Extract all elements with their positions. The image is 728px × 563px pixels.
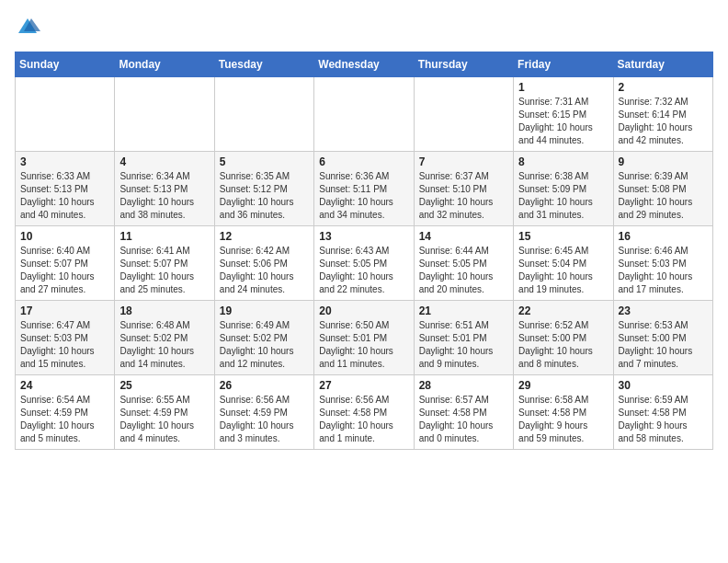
header-tuesday: Tuesday — [214, 52, 313, 77]
day-info: Sunrise: 7:32 AM Sunset: 6:14 PM Dayligh… — [619, 96, 708, 147]
day-info: Sunrise: 6:41 AM Sunset: 5:07 PM Dayligh… — [119, 245, 209, 296]
week-row-3: 10Sunrise: 6:40 AM Sunset: 5:07 PM Dayli… — [16, 226, 713, 301]
calendar-cell: 25Sunrise: 6:55 AM Sunset: 4:59 PM Dayli… — [115, 375, 214, 450]
calendar-cell — [414, 77, 513, 152]
calendar-table: SundayMondayTuesdayWednesdayThursdayFrid… — [15, 52, 713, 450]
day-number: 23 — [619, 304, 708, 317]
day-info: Sunrise: 6:57 AM Sunset: 4:58 PM Dayligh… — [419, 394, 508, 445]
day-number: 24 — [20, 379, 109, 392]
calendar-cell: 4Sunrise: 6:34 AM Sunset: 5:13 PM Daylig… — [115, 152, 214, 226]
calendar-cell: 27Sunrise: 6:56 AM Sunset: 4:58 PM Dayli… — [314, 375, 414, 450]
day-info: Sunrise: 6:54 AM Sunset: 4:59 PM Dayligh… — [20, 394, 109, 445]
calendar-cell: 5Sunrise: 6:35 AM Sunset: 5:12 PM Daylig… — [214, 152, 313, 226]
calendar-cell: 26Sunrise: 6:56 AM Sunset: 4:59 PM Dayli… — [214, 375, 313, 450]
calendar-cell: 2Sunrise: 7:32 AM Sunset: 6:14 PM Daylig… — [613, 77, 712, 152]
day-info: Sunrise: 6:47 AM Sunset: 5:03 PM Dayligh… — [20, 319, 109, 371]
calendar-cell: 14Sunrise: 6:44 AM Sunset: 5:05 PM Dayli… — [414, 226, 513, 301]
calendar-cell: 15Sunrise: 6:45 AM Sunset: 5:04 PM Dayli… — [514, 226, 613, 301]
calendar-cell: 21Sunrise: 6:51 AM Sunset: 5:01 PM Dayli… — [414, 301, 513, 375]
calendar-cell: 3Sunrise: 6:33 AM Sunset: 5:13 PM Daylig… — [16, 152, 115, 226]
calendar-cell: 7Sunrise: 6:37 AM Sunset: 5:10 PM Daylig… — [414, 152, 513, 226]
header-row: SundayMondayTuesdayWednesdayThursdayFrid… — [16, 52, 713, 77]
calendar-cell — [16, 77, 115, 152]
calendar-cell — [115, 77, 214, 152]
calendar-cell: 16Sunrise: 6:46 AM Sunset: 5:03 PM Dayli… — [613, 226, 712, 301]
day-number: 17 — [20, 304, 109, 317]
day-number: 9 — [619, 155, 708, 168]
day-info: Sunrise: 6:44 AM Sunset: 5:05 PM Dayligh… — [419, 245, 508, 296]
calendar-cell: 12Sunrise: 6:42 AM Sunset: 5:06 PM Dayli… — [214, 226, 313, 301]
day-number: 25 — [119, 379, 209, 392]
day-info: Sunrise: 6:55 AM Sunset: 4:59 PM Dayligh… — [119, 394, 209, 445]
day-number: 4 — [119, 155, 209, 168]
calendar-cell: 29Sunrise: 6:58 AM Sunset: 4:58 PM Dayli… — [514, 375, 613, 450]
week-row-2: 3Sunrise: 6:33 AM Sunset: 5:13 PM Daylig… — [16, 152, 713, 226]
calendar-cell: 23Sunrise: 6:53 AM Sunset: 5:00 PM Dayli… — [613, 301, 712, 375]
day-number: 13 — [319, 230, 408, 243]
calendar-cell: 30Sunrise: 6:59 AM Sunset: 4:58 PM Dayli… — [613, 375, 712, 450]
logo — [15, 15, 44, 40]
day-number: 8 — [518, 155, 608, 168]
calendar-cell: 18Sunrise: 6:48 AM Sunset: 5:02 PM Dayli… — [115, 301, 214, 375]
header-saturday: Saturday — [613, 52, 712, 77]
day-info: Sunrise: 6:46 AM Sunset: 5:03 PM Dayligh… — [619, 245, 708, 296]
day-number: 10 — [20, 230, 109, 243]
day-info: Sunrise: 6:36 AM Sunset: 5:11 PM Dayligh… — [319, 170, 408, 222]
day-info: Sunrise: 6:49 AM Sunset: 5:02 PM Dayligh… — [220, 319, 309, 371]
day-number: 28 — [419, 379, 508, 392]
day-info: Sunrise: 6:33 AM Sunset: 5:13 PM Dayligh… — [20, 170, 109, 222]
day-info: Sunrise: 6:40 AM Sunset: 5:07 PM Dayligh… — [20, 245, 109, 296]
day-number: 30 — [619, 379, 708, 392]
calendar-cell: 6Sunrise: 6:36 AM Sunset: 5:11 PM Daylig… — [314, 152, 414, 226]
day-number: 22 — [518, 304, 608, 317]
day-number: 18 — [119, 304, 209, 317]
day-number: 11 — [119, 230, 209, 243]
header-monday: Monday — [115, 52, 214, 77]
day-number: 3 — [20, 155, 109, 168]
day-number: 26 — [220, 379, 309, 392]
day-info: Sunrise: 7:31 AM Sunset: 6:15 PM Dayligh… — [518, 96, 608, 147]
day-number: 21 — [419, 304, 508, 317]
calendar-cell: 17Sunrise: 6:47 AM Sunset: 5:03 PM Dayli… — [16, 301, 115, 375]
day-info: Sunrise: 6:52 AM Sunset: 5:00 PM Dayligh… — [518, 319, 608, 371]
day-info: Sunrise: 6:58 AM Sunset: 4:58 PM Dayligh… — [518, 394, 608, 445]
calendar-cell: 24Sunrise: 6:54 AM Sunset: 4:59 PM Dayli… — [16, 375, 115, 450]
calendar-cell — [314, 77, 414, 152]
page-header — [15, 15, 713, 40]
day-info: Sunrise: 6:56 AM Sunset: 4:58 PM Dayligh… — [319, 394, 408, 445]
day-number: 2 — [619, 81, 708, 94]
day-number: 14 — [419, 230, 508, 243]
day-info: Sunrise: 6:51 AM Sunset: 5:01 PM Dayligh… — [419, 319, 508, 371]
day-info: Sunrise: 6:43 AM Sunset: 5:05 PM Dayligh… — [319, 245, 408, 296]
calendar-cell: 9Sunrise: 6:39 AM Sunset: 5:08 PM Daylig… — [613, 152, 712, 226]
day-number: 16 — [619, 230, 708, 243]
day-info: Sunrise: 6:59 AM Sunset: 4:58 PM Dayligh… — [619, 394, 708, 445]
day-info: Sunrise: 6:37 AM Sunset: 5:10 PM Dayligh… — [419, 170, 508, 222]
calendar-cell: 8Sunrise: 6:38 AM Sunset: 5:09 PM Daylig… — [514, 152, 613, 226]
day-number: 12 — [220, 230, 309, 243]
calendar-cell: 1Sunrise: 7:31 AM Sunset: 6:15 PM Daylig… — [514, 77, 613, 152]
day-number: 29 — [518, 379, 608, 392]
calendar-cell — [214, 77, 313, 152]
header-sunday: Sunday — [16, 52, 115, 77]
day-info: Sunrise: 6:39 AM Sunset: 5:08 PM Dayligh… — [619, 170, 708, 222]
calendar-cell: 10Sunrise: 6:40 AM Sunset: 5:07 PM Dayli… — [16, 226, 115, 301]
day-info: Sunrise: 6:50 AM Sunset: 5:01 PM Dayligh… — [319, 319, 408, 371]
day-number: 27 — [319, 379, 408, 392]
day-info: Sunrise: 6:34 AM Sunset: 5:13 PM Dayligh… — [119, 170, 209, 222]
day-info: Sunrise: 6:56 AM Sunset: 4:59 PM Dayligh… — [220, 394, 309, 445]
day-number: 1 — [518, 81, 608, 94]
calendar-body: 1Sunrise: 7:31 AM Sunset: 6:15 PM Daylig… — [16, 77, 713, 450]
day-info: Sunrise: 6:48 AM Sunset: 5:02 PM Dayligh… — [119, 319, 209, 371]
day-info: Sunrise: 6:35 AM Sunset: 5:12 PM Dayligh… — [220, 170, 309, 222]
day-number: 5 — [220, 155, 309, 168]
header-wednesday: Wednesday — [314, 52, 414, 77]
day-info: Sunrise: 6:42 AM Sunset: 5:06 PM Dayligh… — [220, 245, 309, 296]
day-number: 7 — [419, 155, 508, 168]
week-row-5: 24Sunrise: 6:54 AM Sunset: 4:59 PM Dayli… — [16, 375, 713, 450]
day-info: Sunrise: 6:38 AM Sunset: 5:09 PM Dayligh… — [518, 170, 608, 222]
calendar-cell: 22Sunrise: 6:52 AM Sunset: 5:00 PM Dayli… — [514, 301, 613, 375]
calendar-cell: 20Sunrise: 6:50 AM Sunset: 5:01 PM Dayli… — [314, 301, 414, 375]
day-info: Sunrise: 6:45 AM Sunset: 5:04 PM Dayligh… — [518, 245, 608, 296]
day-number: 20 — [319, 304, 408, 317]
